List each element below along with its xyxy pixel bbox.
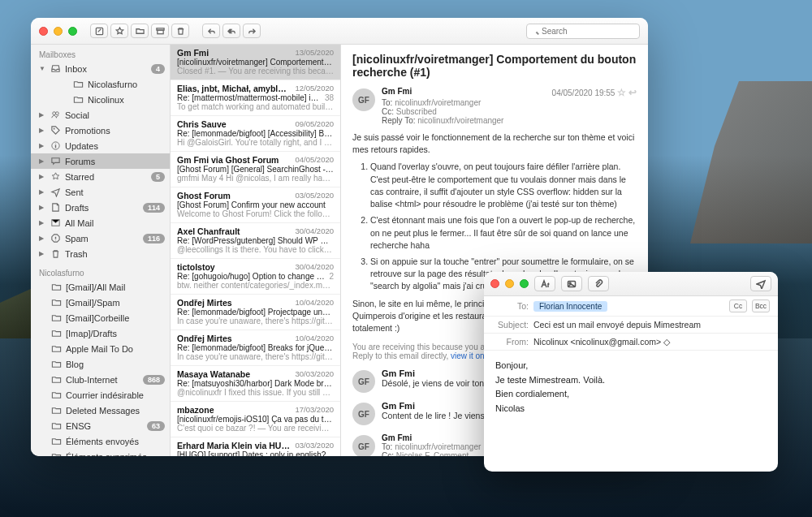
- msg-preview: C'est quoi ce bazar ?! — You are receivi…: [177, 424, 334, 433]
- folder-icon: [72, 79, 84, 90]
- disclosure-arrow-icon[interactable]: ▶: [39, 157, 45, 165]
- sidebar-item-label: Drafts: [65, 203, 139, 213]
- zoom-window[interactable]: [520, 279, 529, 288]
- bcc-button[interactable]: Bcc: [752, 299, 770, 312]
- attach-button[interactable]: [588, 276, 609, 291]
- sidebar-item-label: Courrier indésirable: [66, 390, 165, 400]
- body-point: Quand l'overlay s'ouvre, on peut toujour…: [370, 161, 637, 210]
- message-item[interactable]: Elias, jnbt, Michał, amyblais, Anton, Ma…: [171, 80, 340, 116]
- msg-from: Gm Fmi via Ghost Forum: [177, 155, 279, 165]
- msg-from: Ghost Forum: [177, 191, 231, 200]
- sidebar-item-trash[interactable]: ▶Trash: [31, 246, 170, 261]
- sidebar-item-apple-mail-to-do[interactable]: Apple Mail To Do: [31, 341, 170, 356]
- sidebar-item--gmail-spam[interactable]: [Gmail]/Spam: [31, 295, 170, 310]
- sidebar-item-forums[interactable]: ▶Forums: [31, 153, 170, 169]
- disclosure-arrow-icon[interactable]: ▶: [39, 188, 45, 196]
- disclosure-arrow-icon[interactable]: ▶: [39, 219, 45, 226]
- sidebar-item--imap-drafts[interactable]: [Imap]/Drafts: [31, 325, 170, 341]
- sidebar-item-sent[interactable]: ▶Sent: [31, 184, 170, 200]
- sidebar-item-deleted-messages[interactable]: Deleted Messages: [31, 403, 170, 418]
- group-icon: [50, 110, 61, 121]
- archive-button[interactable]: [151, 24, 169, 38]
- trash-button[interactable]: [171, 24, 189, 38]
- message-item[interactable]: Ondřej Mirtes10/04/2020Re: [lemonmade/bi…: [171, 295, 340, 330]
- message-item[interactable]: Ondřej Mirtes10/04/2020Re: [lemonmade/bi…: [171, 330, 340, 366]
- reply-all-button[interactable]: [222, 24, 240, 38]
- sidebar-item-nicolinux[interactable]: Nicolinux: [31, 92, 170, 107]
- from-field[interactable]: Nicolinux <nicolinux@gmail.com> ◇: [533, 337, 770, 347]
- message-item[interactable]: Gm Fmi13/05/2020[nicolinuxfr/voiretmange…: [171, 45, 340, 80]
- message-item[interactable]: mbazone17/03/2020[nicolinuxfr/emojis-iOS…: [171, 402, 340, 437]
- star-button[interactable]: [110, 24, 128, 38]
- forward-button[interactable]: [243, 24, 261, 38]
- sidebar-item-ensg[interactable]: ENSG63: [31, 418, 170, 433]
- message-item[interactable]: Ghost Forum03/05/2020[Ghost Forum] Confi…: [171, 187, 340, 223]
- disclosure-arrow-icon[interactable]: ▶: [39, 204, 45, 211]
- sidebar-item-club-internet[interactable]: Club-Internet868: [31, 372, 170, 387]
- message-item[interactable]: Masaya Watanabe30/03/2020Re: [matsuyoshi…: [171, 366, 340, 402]
- reply-button[interactable]: [202, 24, 220, 38]
- count-badge: 116: [143, 234, 165, 243]
- sidebar-item-label: Nicolinux: [88, 95, 165, 105]
- font-button[interactable]: [534, 276, 555, 291]
- sidebar-item-social[interactable]: ▶Social: [31, 107, 170, 123]
- send-button[interactable]: [750, 276, 771, 291]
- message-item[interactable]: Gm Fmi via Ghost Forum04/05/2020[Ghost F…: [171, 152, 340, 187]
- sidebar-item-label: Blog: [66, 360, 165, 369]
- star-icon[interactable]: ☆: [617, 87, 626, 98]
- message-item[interactable]: Axel Chanfrault30/04/2020Re: [WordPress/…: [171, 223, 340, 259]
- close-window[interactable]: [490, 279, 499, 288]
- msg-subject: [nicolinuxfr/voiretmanger] Comportement …: [177, 58, 334, 67]
- sidebar-item-all-mail[interactable]: ▶All Mail: [31, 215, 170, 230]
- sidebar-item-label: Deleted Messages: [66, 406, 165, 416]
- sidebar-item-inbox[interactable]: ▼Inbox4: [31, 61, 170, 76]
- disclosure-arrow-icon[interactable]: ▶: [39, 127, 45, 134]
- sidebar-item--gmail-corbeille[interactable]: [Gmail]Corbeille: [31, 310, 170, 325]
- folder-button[interactable]: [131, 24, 149, 38]
- message-item[interactable]: Chris Sauve09/05/2020Re: [lemonmade/bigf…: [171, 116, 340, 152]
- sidebar-item-courrier-ind-sirable[interactable]: Courrier indésirable: [31, 387, 170, 403]
- disclosure-arrow-icon[interactable]: ▶: [39, 142, 45, 149]
- subject-field[interactable]: Ceci est un mail envoyé depuis Mimestrea…: [533, 320, 770, 330]
- cc-button[interactable]: Cc: [729, 299, 747, 312]
- msg-date: 10/04/2020: [295, 334, 334, 343]
- svg-rect-0: [96, 28, 102, 34]
- disclosure-arrow-icon[interactable]: ▶: [39, 111, 45, 118]
- sidebar-item--l-ments-supprim-s[interactable]: Éléments supprimés: [31, 449, 170, 456]
- message-item[interactable]: Erhard Maria Klein via HUGO03/03/2020[HU…: [171, 437, 340, 456]
- folder-icon: [72, 94, 84, 106]
- sidebar-item-starred[interactable]: ▶Starred5: [31, 169, 170, 184]
- disclosure-arrow-icon[interactable]: ▶: [39, 250, 45, 257]
- reply-icon[interactable]: ↩︎: [628, 87, 637, 98]
- disclosure-arrow-icon[interactable]: ▶: [39, 235, 45, 242]
- sidebar-item-drafts[interactable]: ▶Drafts114: [31, 200, 170, 215]
- photo-button[interactable]: [561, 276, 582, 291]
- zoom-window[interactable]: [68, 27, 77, 36]
- sidebar-item-label: [Imap]/Drafts: [66, 329, 165, 338]
- reader-from: Gm Fmi: [382, 87, 412, 98]
- sidebar-item--l-ments-envoy-s[interactable]: Éléments envoyés: [31, 433, 170, 449]
- disclosure-arrow-icon[interactable]: ▶: [39, 173, 45, 180]
- message-item[interactable]: tictolstoy30/04/2020Re: [gohugoio/hugo] …: [171, 259, 340, 295]
- compose-button[interactable]: [90, 24, 108, 38]
- sidebar-item-promotions[interactable]: ▶Promotions: [31, 123, 170, 138]
- sidebar-item-spam[interactable]: ▶Spam116: [31, 230, 170, 246]
- minimize-window[interactable]: [54, 27, 63, 36]
- sidebar-item-updates[interactable]: ▶Updates: [31, 138, 170, 153]
- sidebar-item-label: [Gmail]/All Mail: [66, 282, 165, 292]
- avatar: GF: [352, 370, 375, 393]
- sidebar-item--gmail-all-mail[interactable]: [Gmail]/All Mail: [31, 279, 170, 295]
- to-field[interactable]: Florian Innocente: [533, 301, 724, 311]
- sidebar-item-blog[interactable]: Blog: [31, 356, 170, 372]
- sidebar-item-nicolasfurno[interactable]: Nicolasfurno: [31, 76, 170, 92]
- sidebar-item-label: Éléments supprimés: [66, 452, 165, 457]
- msg-preview: @leecollings It is there. You have to cl…: [177, 245, 334, 254]
- minimize-window[interactable]: [505, 279, 514, 288]
- disclosure-arrow-icon[interactable]: ▼: [39, 65, 45, 72]
- recipient-chip[interactable]: Florian Innocente: [533, 301, 607, 312]
- chat-icon: [50, 156, 61, 167]
- compose-body[interactable]: Bonjour,Je teste Mimestream. Voilà.Bien …: [484, 351, 778, 472]
- close-window[interactable]: [39, 27, 48, 36]
- search-input[interactable]: [526, 24, 640, 39]
- msg-date: 09/05/2020: [295, 119, 334, 129]
